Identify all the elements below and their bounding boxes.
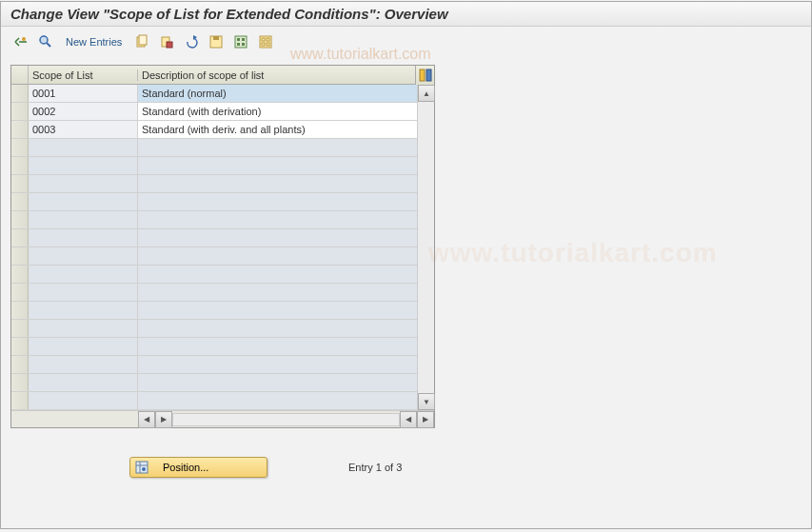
- cell-scope-empty: [29, 338, 138, 355]
- cell-scope[interactable]: 0003: [29, 121, 138, 138]
- scroll-track[interactable]: [418, 102, 434, 393]
- entry-count-label: Entry 1 of 3: [348, 462, 402, 473]
- table-row[interactable]: 0002Standard (with derivation): [11, 103, 417, 121]
- toolbar: New Entries: [1, 27, 811, 57]
- row-selector[interactable]: [11, 211, 29, 228]
- cell-scope-empty: [29, 374, 138, 391]
- horizontal-scrollbar[interactable]: ◀ ▶ ◀ ▶: [11, 410, 434, 427]
- scroll-right-icon[interactable]: ▶: [417, 411, 434, 428]
- new-entries-button[interactable]: New Entries: [60, 34, 128, 49]
- row-selector[interactable]: [11, 284, 29, 301]
- position-button-label: Position...: [157, 462, 263, 473]
- cell-desc-empty: [138, 266, 417, 283]
- cell-desc-empty: [138, 157, 417, 174]
- row-selector[interactable]: [11, 266, 29, 283]
- hscroll-track[interactable]: [172, 413, 400, 426]
- row-selector[interactable]: [11, 193, 29, 210]
- cell-scope-empty: [29, 302, 138, 319]
- save-icon[interactable]: [206, 32, 227, 51]
- copy-icon[interactable]: [131, 32, 152, 51]
- data-table: Scope of List Description of scope of li…: [10, 65, 435, 428]
- table-row[interactable]: [11, 139, 417, 157]
- expand-icon[interactable]: [10, 32, 31, 51]
- scroll-left-inner-icon[interactable]: ◀: [400, 411, 417, 428]
- table-row[interactable]: [11, 392, 417, 410]
- cell-desc[interactable]: Standard (with derivation): [138, 103, 417, 120]
- cell-scope[interactable]: 0002: [29, 103, 138, 120]
- svg-rect-21: [136, 462, 148, 473]
- table-row[interactable]: [11, 284, 417, 302]
- svg-line-2: [47, 43, 50, 47]
- row-selector[interactable]: [11, 302, 29, 319]
- table-row[interactable]: [11, 229, 417, 247]
- svg-rect-19: [420, 69, 425, 81]
- svg-rect-11: [242, 38, 245, 41]
- svg-rect-4: [139, 35, 147, 45]
- table-row[interactable]: [11, 302, 417, 320]
- scroll-right-inner-icon[interactable]: ▶: [155, 411, 172, 428]
- scroll-up-icon[interactable]: ▲: [418, 85, 435, 102]
- table-header: Scope of List Description of scope of li…: [11, 66, 434, 85]
- table-row[interactable]: [11, 266, 417, 284]
- row-selector[interactable]: [11, 175, 29, 192]
- cell-scope-empty: [29, 392, 138, 409]
- cell-scope-empty: [29, 266, 138, 283]
- table-row[interactable]: [11, 175, 417, 193]
- undo-icon[interactable]: [181, 32, 202, 51]
- position-icon: [134, 460, 149, 475]
- cell-desc-empty: [138, 374, 417, 391]
- svg-rect-10: [237, 38, 240, 41]
- table-row[interactable]: [11, 157, 417, 175]
- footer-bar: Position... Entry 1 of 3: [1, 457, 811, 478]
- find-icon[interactable]: [35, 32, 56, 51]
- table-row[interactable]: 0001Standard (normal): [11, 85, 417, 103]
- vertical-scrollbar[interactable]: ▲ ▼: [417, 85, 434, 410]
- table-row[interactable]: 0003Standard (with deriv. and all plants…: [11, 121, 417, 139]
- cell-desc-empty: [138, 247, 417, 265]
- table-row[interactable]: [11, 374, 417, 392]
- table-row[interactable]: [11, 211, 417, 229]
- select-all-icon[interactable]: [230, 32, 251, 51]
- cell-desc[interactable]: Standard (normal): [138, 85, 417, 102]
- row-selector[interactable]: [11, 356, 29, 373]
- row-selector[interactable]: [11, 338, 29, 355]
- svg-rect-9: [235, 36, 247, 48]
- table-row[interactable]: [11, 320, 417, 338]
- scroll-left-icon[interactable]: ◀: [138, 411, 155, 428]
- cell-desc-empty: [138, 392, 417, 409]
- position-button[interactable]: Position...: [129, 457, 267, 478]
- cell-scope-empty: [29, 320, 138, 337]
- row-selector[interactable]: [11, 85, 29, 102]
- cell-desc-empty: [138, 175, 417, 192]
- cell-desc-empty: [138, 139, 417, 156]
- row-selector[interactable]: [11, 374, 29, 391]
- cell-desc[interactable]: Standard (with deriv. and all plants): [138, 121, 417, 138]
- cell-desc-empty: [138, 302, 417, 319]
- row-selector[interactable]: [11, 229, 29, 246]
- scroll-down-icon[interactable]: ▼: [418, 393, 435, 410]
- row-selector[interactable]: [11, 139, 29, 156]
- row-selector[interactable]: [11, 320, 29, 337]
- cell-scope-empty: [29, 229, 138, 246]
- cell-scope[interactable]: 0001: [29, 85, 138, 102]
- cell-scope-empty: [29, 175, 138, 192]
- table-row[interactable]: [11, 247, 417, 266]
- table-config-icon[interactable]: [415, 66, 434, 85]
- column-header-desc[interactable]: Description of scope of list: [138, 69, 415, 81]
- column-header-scope[interactable]: Scope of List: [29, 69, 138, 81]
- delete-icon[interactable]: [156, 32, 177, 51]
- row-selector[interactable]: [11, 392, 29, 409]
- row-selector[interactable]: [11, 157, 29, 174]
- row-selector[interactable]: [11, 121, 29, 138]
- table-row[interactable]: [11, 193, 417, 211]
- cell-desc-empty: [138, 193, 417, 210]
- table-row[interactable]: [11, 356, 417, 374]
- row-selector[interactable]: [11, 103, 29, 120]
- deselect-all-icon[interactable]: [255, 32, 276, 51]
- svg-point-24: [142, 467, 146, 471]
- cell-scope-empty: [29, 211, 138, 228]
- row-selector[interactable]: [11, 247, 29, 265]
- cell-scope-empty: [29, 284, 138, 301]
- table-row[interactable]: [11, 338, 417, 356]
- select-all-header[interactable]: [11, 66, 29, 84]
